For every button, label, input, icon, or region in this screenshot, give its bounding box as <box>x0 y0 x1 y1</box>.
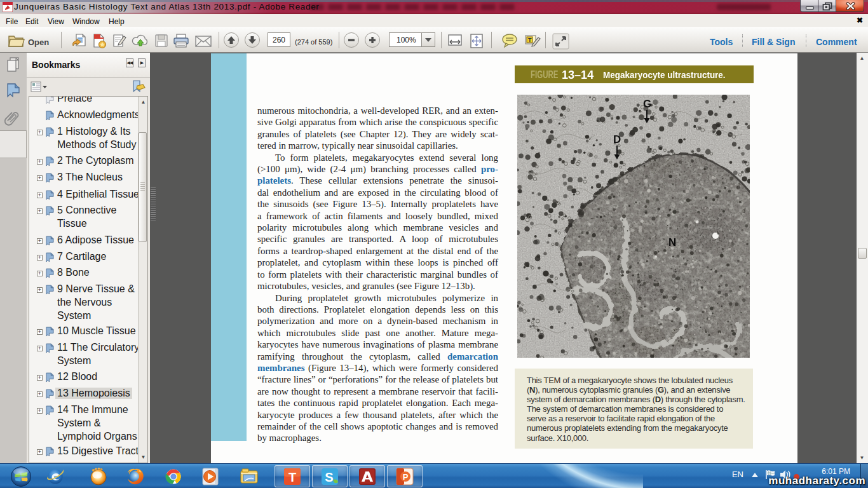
svg-text:T: T <box>528 37 532 43</box>
svg-text:N: N <box>668 236 676 248</box>
svg-text:T: T <box>288 470 296 484</box>
svg-text:D: D <box>613 133 621 146</box>
svg-text:P: P <box>403 472 409 482</box>
svg-text:S: S <box>325 470 333 484</box>
svg-text:G: G <box>643 98 651 110</box>
